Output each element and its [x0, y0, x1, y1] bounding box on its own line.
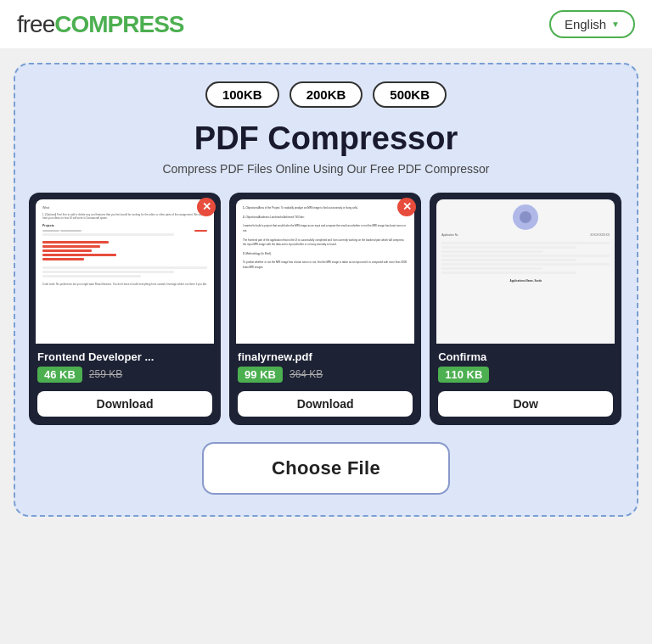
original-size-2: 364 KB: [289, 368, 323, 380]
main-content: 100KB 200KB 500KB PDF Compressor Compres…: [0, 49, 652, 530]
compressed-size-2: 99 KB: [238, 367, 283, 383]
preset-200kb-button[interactable]: 200KB: [289, 81, 363, 108]
original-size-1: 259 KB: [89, 368, 122, 380]
file-cards-container: ✕ What 1. [Optional] Feel free to add or…: [29, 193, 623, 425]
language-label: English: [565, 17, 606, 31]
download-button-2[interactable]: Download: [238, 391, 413, 417]
page-subtitle: Compress PDF Files Online Using Our Free…: [29, 162, 623, 176]
preset-100kb-button[interactable]: 100KB: [205, 81, 279, 108]
file-card-2: ✕ 1. Objectives/Aims of the Project: To …: [229, 193, 421, 425]
file-preview-1: What 1. [Optional] Feel free to add or d…: [36, 199, 214, 344]
logo-compress-text: COMPRESS: [54, 11, 183, 37]
file-preview-3: Application No XXXXXXXXXX: [436, 199, 615, 344]
compressed-size-1: 46 KB: [37, 367, 82, 383]
file-preview-2: 1. Objectives/Aims of the Project: To ra…: [236, 199, 414, 344]
file-name-1: Frontend Developer ...: [37, 350, 212, 363]
choose-file-area: Choose File: [29, 442, 623, 495]
close-button-1[interactable]: ✕: [197, 198, 216, 216]
file-card-info-2: finalyrnew.pdf 99 KB 364 KB Download: [229, 344, 421, 425]
file-card-1: ✕ What 1. [Optional] Feel free to add or…: [29, 193, 221, 425]
file-name-2: finalyrnew.pdf: [238, 350, 413, 363]
chevron-down-icon: ▼: [611, 20, 620, 29]
file-sizes-2: 99 KB 364 KB: [238, 367, 413, 383]
file-sizes-1: 46 KB 259 KB: [37, 367, 212, 383]
download-button-1[interactable]: Download: [37, 391, 212, 417]
page-title: PDF Compressor: [29, 121, 623, 157]
logo-free-text: free: [17, 11, 54, 37]
size-presets: 100KB 200KB 500KB: [29, 81, 623, 108]
download-button-3[interactable]: Dow: [438, 391, 613, 417]
language-selector[interactable]: English ▼: [549, 10, 635, 38]
file-name-3: Confirma: [438, 350, 613, 363]
preset-500kb-button[interactable]: 500KB: [373, 81, 447, 108]
file-card-info-3: Confirma 110 KB Dow: [430, 344, 621, 425]
compressed-size-3: 110 KB: [438, 367, 489, 383]
compress-box: 100KB 200KB 500KB PDF Compressor Compres…: [14, 63, 638, 517]
header: freeCOMPRESS English ▼: [0, 0, 652, 49]
file-card-info-1: Frontend Developer ... 46 KB 259 KB Down…: [29, 344, 221, 425]
file-sizes-3: 110 KB: [438, 367, 613, 383]
choose-file-button[interactable]: Choose File: [202, 442, 450, 495]
file-card-3: Application No XXXXXXXXXX: [430, 193, 621, 425]
logo: freeCOMPRESS: [17, 11, 184, 38]
close-button-2[interactable]: ✕: [397, 198, 416, 216]
